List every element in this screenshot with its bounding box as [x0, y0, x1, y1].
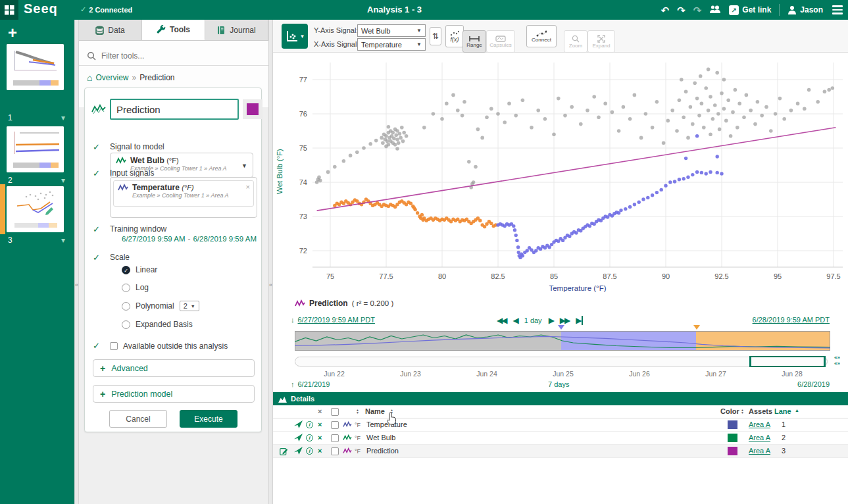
display-range-marker[interactable]	[558, 325, 564, 330]
user-menu[interactable]: Jason	[787, 5, 823, 14]
sort-icon[interactable]: ▲▼	[390, 409, 393, 414]
y-axis-signal-select[interactable]: Wet Bulb▼	[357, 24, 426, 37]
row-checkbox[interactable]	[331, 447, 339, 455]
zoom-button[interactable]: Zoom	[564, 30, 587, 53]
row-color-swatch[interactable]	[728, 434, 737, 442]
radio-icon[interactable]	[122, 320, 130, 329]
get-link-button[interactable]: ↗ Get link	[729, 5, 771, 15]
down-arrow-icon[interactable]: ↓	[291, 316, 295, 324]
home-grid-button[interactable]	[0, 0, 18, 20]
capsules-button[interactable]: Capsules	[486, 30, 515, 53]
color-swatch-button[interactable]	[243, 99, 262, 119]
filter-tools-input[interactable]	[101, 51, 246, 61]
training-start[interactable]: 6/27/2019 9:59 AM	[122, 235, 186, 243]
polynomial-order-select[interactable]: 2▼	[180, 301, 199, 311]
column-lane[interactable]: Lane	[774, 407, 791, 415]
row-name[interactable]: Temperature	[366, 420, 407, 428]
time-step-label[interactable]: 1 day	[524, 316, 542, 324]
scrollbar-expand-icon[interactable]: «»«»	[832, 355, 843, 368]
column-assets[interactable]: Assets	[749, 407, 772, 415]
worksheet-chevron-3[interactable]: ▾	[61, 236, 65, 245]
training-window-marker[interactable]	[693, 325, 700, 330]
scale-option-expanded-basis[interactable]: Expanded Basis	[122, 320, 193, 329]
undo-icon[interactable]: ↶	[661, 5, 670, 15]
send-icon[interactable]	[294, 434, 303, 443]
prediction-model-section[interactable]: + Prediction model	[93, 385, 255, 403]
lane-sort-icon[interactable]: ▲	[795, 408, 799, 413]
send-icon[interactable]	[294, 420, 303, 430]
range-start-tz[interactable]: PDT	[361, 316, 375, 324]
tab-journal[interactable]: Journal	[205, 20, 268, 40]
range-end-datetime[interactable]: 6/28/2019 9:59 AM	[753, 316, 813, 324]
row-asset-link[interactable]: Area A	[749, 447, 770, 455]
time-scrollbar-track[interactable]	[295, 357, 828, 366]
add-worksheet-button[interactable]: +	[8, 25, 17, 41]
users-icon[interactable]	[709, 5, 721, 15]
chart-type-button[interactable]: ▾	[282, 24, 308, 49]
time-scrollbar-handle[interactable]	[749, 356, 826, 367]
tab-tools[interactable]: Tools	[142, 20, 205, 40]
fast-forward-icon[interactable]: ▶▶	[560, 316, 569, 325]
training-end[interactable]: 6/28/2019 9:59 AM	[193, 235, 257, 243]
fast-back-icon[interactable]: ◀◀	[497, 316, 506, 325]
collapse-sidebar-icon[interactable]: «	[75, 282, 78, 288]
edit-icon[interactable]	[280, 447, 288, 457]
remove-icon[interactable]: ×	[318, 447, 322, 455]
table-row-prediction[interactable]: i × °F Prediction Area A 3	[273, 445, 848, 458]
row-checkbox[interactable]	[331, 421, 339, 429]
remove-icon[interactable]: ×	[318, 420, 322, 428]
collapse-tools-icon[interactable]: «	[269, 282, 272, 288]
available-checkbox[interactable]	[110, 342, 118, 350]
home-icon[interactable]: ⌂	[87, 72, 92, 83]
scale-option-polynomial[interactable]: Polynomial 2▼	[122, 301, 199, 311]
row-name[interactable]: Prediction	[366, 447, 399, 455]
scroll-duration[interactable]: 7 days	[548, 380, 569, 388]
execute-button[interactable]: Execute	[180, 410, 237, 428]
row-asset-link[interactable]: Area A	[749, 420, 770, 428]
available-outside-row[interactable]: Available outside this analysis	[110, 341, 228, 351]
table-row-temperature[interactable]: i × °F Temperature Area A 1	[273, 418, 848, 432]
radio-icon[interactable]	[122, 284, 130, 292]
range-button[interactable]: Range	[462, 30, 486, 53]
remove-signal-icon[interactable]: ×	[246, 183, 250, 191]
skip-to-end-icon[interactable]: ▶	[576, 316, 582, 325]
scatter-plot[interactable]: 7577.58082.58587.59092.59597.57273747576…	[273, 56, 848, 297]
up-arrow-icon[interactable]: ↑	[291, 380, 295, 388]
worksheet-chevron-1[interactable]: ▾	[61, 113, 65, 122]
redo-icon[interactable]: ↷	[677, 5, 686, 15]
info-icon[interactable]: i	[306, 434, 313, 441]
worksheet-thumbnail-3[interactable]	[7, 186, 64, 232]
hamburger-menu[interactable]	[831, 3, 844, 17]
tab-data[interactable]: Data	[79, 20, 142, 40]
info-icon[interactable]: i	[306, 421, 313, 428]
worksheet-chevron-2[interactable]: ▾	[61, 176, 65, 185]
send-icon[interactable]	[294, 447, 303, 456]
scroll-end-date[interactable]: 6/28/2019	[797, 380, 830, 388]
breadcrumb-overview[interactable]: Overview	[95, 73, 128, 82]
info-icon[interactable]: i	[306, 447, 313, 455]
row-asset-link[interactable]: Area A	[749, 434, 770, 441]
advanced-section[interactable]: + Advanced	[93, 359, 255, 377]
sort-icon[interactable]: ▲▼	[356, 409, 359, 414]
connection-status[interactable]: ✓ 2 Connected	[80, 5, 132, 14]
row-checkbox[interactable]	[331, 434, 339, 442]
scatter-plot-area[interactable]: 7577.58082.58587.59092.59597.57273747576…	[273, 56, 848, 297]
cancel-button[interactable]: Cancel	[109, 410, 167, 428]
x-axis-signal-select[interactable]: Temperature▼	[357, 38, 426, 51]
training-window-dates[interactable]: 6/27/2019 9:59 AM-6/28/2019 9:59 AM	[122, 235, 257, 243]
fx-button[interactable]: f(x)	[445, 25, 464, 47]
select-all-checkbox[interactable]	[331, 408, 339, 416]
connect-button[interactable]: Connect	[526, 25, 557, 47]
scale-option-log[interactable]: Log	[122, 283, 149, 292]
range-end-tz[interactable]: PDT	[815, 316, 830, 324]
sort-icon[interactable]: ▲▼	[741, 409, 744, 414]
swap-axes-button[interactable]: ⇅	[430, 27, 441, 45]
column-name[interactable]: Name	[365, 407, 385, 415]
worksheet-thumbnail-2[interactable]	[7, 126, 64, 172]
radio-icon[interactable]	[122, 302, 130, 311]
remove-all-icon[interactable]: ×	[318, 407, 322, 415]
radio-selected-icon[interactable]: ✓	[122, 266, 130, 274]
step-back-icon[interactable]: ◀	[512, 316, 517, 325]
row-name[interactable]: Wet Bulb	[366, 434, 395, 441]
details-header-bar[interactable]: Details	[273, 392, 848, 405]
